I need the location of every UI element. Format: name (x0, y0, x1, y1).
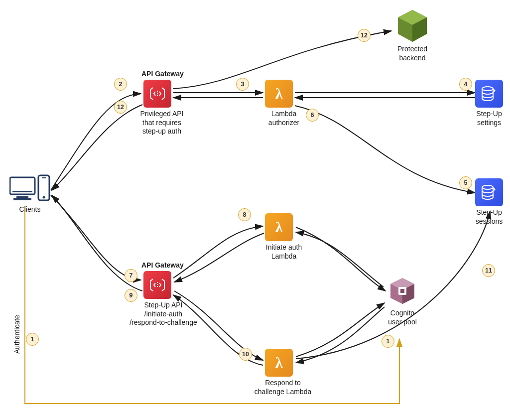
cognito-node: Cognito user pool (378, 275, 427, 326)
svg-point-12 (482, 185, 493, 189)
clients-node: Clients (5, 174, 55, 214)
stepup-settings-label: Step-Up settings (469, 110, 509, 127)
stepup-sessions-label: Step-Up sessions (469, 208, 509, 226)
step-badge-1-cognito: 1 (382, 335, 394, 348)
stepup-sessions-node: Step-Up sessions (469, 178, 509, 226)
apigw1-title: API Gateway (141, 70, 184, 78)
api-gateway-icon (143, 80, 171, 108)
dynamodb-icon (475, 178, 503, 206)
protected-backend-node: Protected backend (387, 9, 437, 62)
cognito-icon (386, 275, 418, 307)
respond-lambda-node: λ Respond to challenge Lambda (248, 349, 318, 396)
svg-point-6 (43, 196, 45, 199)
step-badge-9: 9 (125, 289, 137, 302)
apigw2-title: API Gateway (141, 261, 184, 269)
clients-label: Clients (5, 205, 55, 214)
svg-rect-1 (12, 191, 32, 192)
step-badge-5: 5 (459, 176, 472, 189)
svg-rect-18 (400, 289, 404, 293)
step-badge-11: 11 (482, 264, 495, 277)
step-badge-3: 3 (236, 78, 249, 91)
authenticate-label: Authenticate (13, 315, 21, 354)
step-badge-8: 8 (238, 208, 251, 221)
api-gateway-icon (143, 271, 171, 299)
initiate-auth-lambda-node: λ Initiate auth Lambda (254, 213, 314, 261)
step-badge-6: 6 (306, 109, 319, 122)
protected-label: Protected backend (387, 45, 437, 62)
svg-point-11 (482, 87, 493, 91)
step-badge-12-top: 12 (358, 29, 371, 42)
dynamodb-icon (475, 80, 503, 108)
lambda-authorizer-node: λ Lambda authorizer (254, 80, 314, 127)
lambda-icon: λ (265, 213, 293, 241)
lambda-icon: λ (265, 349, 293, 377)
step-badge-2: 2 (114, 78, 127, 91)
lambda-icon: λ (265, 80, 293, 108)
svg-rect-5 (42, 177, 46, 178)
step-badge-10: 10 (239, 348, 252, 361)
box3d-icon (397, 9, 428, 43)
respond-label: Respond to challenge Lambda (248, 379, 318, 396)
cognito-label: Cognito user pool (378, 309, 427, 326)
lambda-auth-label: Lambda authorizer (254, 110, 314, 127)
apigw1-node: Privileged API that requires step-up aut… (129, 80, 194, 136)
svg-rect-2 (16, 196, 28, 198)
step-badge-12: 12 (114, 101, 127, 114)
architecture-diagram: Clients Protected backend API Gateway Pr… (0, 0, 510, 420)
stepup-settings-node: Step-Up settings (469, 80, 509, 127)
svg-rect-3 (13, 198, 31, 200)
apigw2-label: Step-Up API /initiate-auth /respond-to-c… (124, 301, 203, 327)
step-badge-1: 1 (26, 333, 39, 346)
apigw1-label: Privileged API that requires step-up aut… (129, 110, 194, 136)
initiate-auth-label: Initiate auth Lambda (254, 243, 314, 261)
clients-icon (5, 174, 55, 203)
step-badge-7: 7 (125, 269, 137, 282)
step-badge-4: 4 (459, 78, 472, 91)
